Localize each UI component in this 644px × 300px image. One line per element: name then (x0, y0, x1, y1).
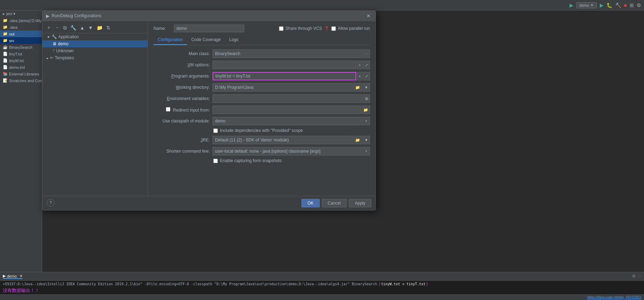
sidebar-item-project-root[interactable]: ▸ ject ▾ (0, 11, 42, 17)
include-deps-checkbox[interactable] (213, 128, 218, 133)
sidebar-item-out[interactable]: 📁 out (0, 31, 42, 37)
vm-options-label: VM options: (154, 62, 210, 67)
wrench-button[interactable]: 🔧 (69, 24, 77, 31)
debug-run-icon[interactable]: 🐛 (606, 2, 612, 8)
tab-configuration[interactable]: Configuration (154, 35, 187, 45)
expand-arrow-icon: ▼ (47, 35, 50, 39)
jre-browse-button[interactable]: 📁 (353, 136, 362, 144)
env-vars-input[interactable] (213, 94, 363, 103)
blog-url[interactable]: https://blog.csdn.net/qq_43152052 (587, 295, 641, 299)
build-icon[interactable]: 🔨 (615, 2, 621, 8)
project-root-icon: ▸ (3, 12, 5, 16)
env-vars-input-group: ⊞ (213, 94, 370, 103)
add-config-button[interactable]: ＋ (45, 24, 52, 32)
working-dir-input[interactable] (213, 83, 353, 92)
env-vars-label: Environment variables: (154, 96, 210, 101)
main-class-label: Main class: (154, 51, 210, 56)
sidebar-item-idea-folder[interactable]: 📁 .idea [demo] D:\My P (0, 17, 42, 24)
move-down-button[interactable]: ▼ (87, 24, 94, 31)
terminal-highlight-args: tinyW.txt < tinyT.txt (379, 282, 427, 286)
tree-item-unknown[interactable]: ? Unknown (43, 47, 148, 54)
jre-input-group: 📁 ▼ (213, 136, 370, 144)
shorten-cmdline-select-wrapper: user-local default: none - java [options… (213, 147, 370, 155)
dialog-close-button[interactable]: ✕ (365, 13, 372, 19)
sidebar-item-ext-libs[interactable]: 📚 External Libraries (0, 71, 42, 77)
terminal-cmd-line: =59197:D:\Java--idea\IntelliJ IDEA Commu… (3, 282, 641, 286)
sort-button[interactable]: ⇅ (105, 24, 111, 31)
terminal-tab-close-icon[interactable]: ✕ (20, 274, 22, 278)
expand-icon[interactable]: ⊞ (630, 2, 634, 8)
ok-button[interactable]: OK (301, 199, 319, 207)
dialog-title-container: ▶ Run/Debug Configurations (46, 13, 101, 19)
tree-item-templates[interactable]: ▸ ✏ Templates (43, 54, 148, 61)
redirect-input-group: 📁 (213, 106, 370, 114)
dialog-body: ＋ － ⧉ 🔧 ▲ ▼ 📁 ⇅ ▼ 🔧 Application (43, 21, 376, 196)
stop-icon[interactable]: ■ (624, 2, 627, 8)
classpath-select[interactable]: demo (213, 117, 370, 125)
file-icon-2: 📄 (3, 58, 8, 63)
jre-dropdown-button[interactable]: ▼ (363, 136, 370, 144)
run-icon[interactable]: ▶ (600, 2, 604, 8)
redirect-checkbox-label: Redirect input from: (154, 107, 210, 113)
env-vars-edit-button[interactable]: ⊞ (363, 94, 370, 103)
share-through-vcs-checkbox[interactable] (279, 26, 284, 31)
sidebar-item-tinyt[interactable]: 📄 tinyT.txt (0, 51, 42, 57)
sidebar-item-tinyw[interactable]: 📄 tinyW.txt (0, 57, 42, 64)
terminal-minus-icon[interactable]: − (639, 274, 641, 279)
allow-parallel-checkbox[interactable] (331, 26, 336, 31)
name-input[interactable] (174, 25, 244, 32)
folder-icon-2: 📁 (3, 32, 8, 36)
tree-item-unknown-label: Unknown (56, 48, 74, 53)
vm-options-input[interactable] (213, 61, 356, 69)
copy-config-button[interactable]: ⧉ (62, 24, 68, 32)
vm-options-fullscreen-button[interactable]: ⤢ (363, 61, 370, 69)
jre-label: JRE: (154, 138, 210, 142)
settings-icon[interactable]: ⚙ (637, 2, 641, 8)
sidebar-scratches-label: Scratches and Conso (9, 79, 42, 83)
help-button[interactable]: ? (47, 199, 54, 207)
terminal-gear-icon[interactable]: ⚙ (632, 274, 636, 279)
redirect-browse-button[interactable]: 📁 (362, 106, 370, 114)
sidebar-idea-label: .idea [demo] D:\My P (9, 19, 42, 23)
idea-folder-icon: 📁 (3, 18, 8, 23)
vm-options-input-group: + ⤢ (213, 61, 370, 69)
tree-item-application[interactable]: ▼ 🔧 Application (43, 33, 148, 40)
move-up-button[interactable]: ▲ (79, 24, 86, 31)
working-dir-browse-button[interactable]: 📁 (353, 83, 362, 92)
cancel-button[interactable]: Cancel (322, 199, 347, 207)
sidebar-extlibs-label: External Libraries (9, 72, 39, 76)
program-args-expand-button[interactable]: + (357, 72, 363, 80)
jre-input[interactable] (213, 136, 353, 144)
vm-options-expand-button[interactable]: + (357, 61, 363, 69)
main-class-browse-button[interactable]: ··· (363, 49, 370, 58)
sidebar-item-binarysearch[interactable]: ☕ BinarySearch (0, 44, 42, 51)
share-options-row: Share through VCS ❓ Allow parallel run (279, 26, 370, 31)
sidebar-item-scratches[interactable]: 📝 Scratches and Conso (0, 77, 42, 84)
shorten-cmdline-select[interactable]: user-local default: none - java [options… (213, 147, 370, 155)
folder-button[interactable]: 📁 (96, 24, 104, 31)
program-args-input[interactable] (213, 72, 356, 80)
apply-button[interactable]: Apply (349, 199, 371, 207)
include-deps-row: Include dependencies with "Provided" sco… (154, 128, 370, 133)
terminal-tab-label: demo (7, 274, 17, 278)
run-config-dropdown-icon: ▼ (591, 4, 594, 7)
scratch-icon: 📝 (3, 78, 8, 83)
terminal-tab-demo[interactable]: ▶ demo ✕ (3, 274, 22, 279)
redirect-input[interactable] (213, 106, 361, 114)
tab-code-coverage[interactable]: Code Coverage (187, 35, 225, 45)
main-class-input[interactable] (213, 49, 363, 58)
sidebar-item-demo-iml[interactable]: 📄 demo.iml (0, 64, 42, 71)
redirect-checkbox[interactable] (166, 107, 170, 112)
remove-config-button[interactable]: － (54, 24, 61, 32)
tree-item-demo[interactable]: 🖥 demo (43, 40, 148, 47)
tab-logs[interactable]: Logs (225, 35, 242, 45)
enable-capture-checkbox[interactable] (213, 159, 218, 163)
sidebar-project-label: ject ▾ (6, 12, 15, 16)
sidebar-out-label: out (9, 32, 14, 36)
sidebar-item-src[interactable]: 📁 src (0, 37, 42, 44)
run-config-selector[interactable]: demo ▼ (576, 2, 597, 8)
terminal-tab-bar: ▶ demo ✕ ⚙ − (0, 272, 644, 281)
working-dir-dropdown-button[interactable]: ▼ (363, 83, 370, 92)
program-args-fullscreen-button[interactable]: ⤢ (363, 72, 370, 80)
sidebar-item-idea[interactable]: 📁 .idea (0, 24, 42, 31)
